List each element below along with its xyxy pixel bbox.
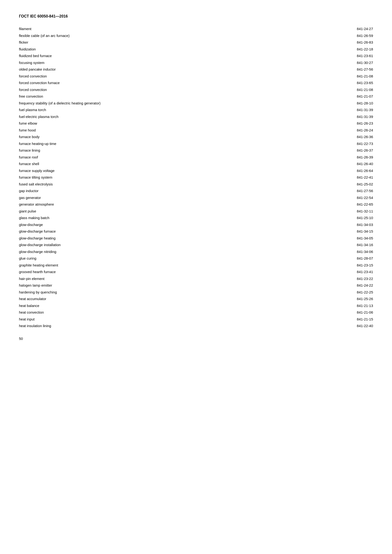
table-row: halogen lamp emitter841-24-22 xyxy=(19,282,373,289)
code-cell: 841-26-24 xyxy=(285,127,373,134)
table-row: gas generator841-22-54 xyxy=(19,194,373,201)
term-cell: graphite heating element xyxy=(19,262,285,269)
code-cell: 841-28-10 xyxy=(285,100,373,107)
code-cell: 841-34-15 xyxy=(285,228,373,235)
table-row: filament841-24-27 xyxy=(19,26,373,32)
table-row: free convection841-21-07 xyxy=(19,93,373,100)
code-cell: 841-22-40 xyxy=(285,323,373,329)
code-cell: 841-26-36 xyxy=(285,134,373,140)
index-table: filament841-24-27flexible cable (of an a… xyxy=(19,26,373,329)
table-row: heat convection841-21-06 xyxy=(19,309,373,316)
code-cell: 841-34-06 xyxy=(285,249,373,255)
table-row: fuel plasma torch841-31-39 xyxy=(19,107,373,113)
code-cell: 841-34-05 xyxy=(285,235,373,242)
code-cell: 841-21-06 xyxy=(285,309,373,316)
table-row: glue curing841-28-07 xyxy=(19,255,373,262)
code-cell: 841-25-10 xyxy=(285,215,373,222)
code-cell: 841-32-11 xyxy=(285,208,373,215)
code-cell: 841-34-03 xyxy=(285,222,373,228)
term-cell: grooved hearth furnace xyxy=(19,269,285,276)
table-row: gap inductor841-27-56 xyxy=(19,187,373,194)
code-cell: 841-27-56 xyxy=(285,187,373,194)
term-cell: glass making batch xyxy=(19,215,285,222)
table-row: glow-discharge installation841-34-16 xyxy=(19,242,373,249)
code-cell: 841-22-54 xyxy=(285,194,373,201)
table-row: frequency stability (of a dielectric hea… xyxy=(19,100,373,107)
code-cell: 841-23-15 xyxy=(285,262,373,269)
term-cell: heat convection xyxy=(19,309,285,316)
table-row: forced convection841-21-08 xyxy=(19,73,373,80)
table-row: heat balance841-21-13 xyxy=(19,303,373,309)
table-row: furnace lining841-26-37 xyxy=(19,147,373,154)
table-row: grooved hearth furnace841-23-41 xyxy=(19,269,373,276)
term-cell: filament xyxy=(19,26,285,32)
code-cell: 841-26-37 xyxy=(285,147,373,154)
code-cell: 841-34-16 xyxy=(285,242,373,249)
term-cell: heat balance xyxy=(19,303,285,309)
code-cell: 841-21-15 xyxy=(285,316,373,323)
table-row: glow-discharge furnace841-34-15 xyxy=(19,228,373,235)
term-cell: flexible cable (of an arc furnace) xyxy=(19,32,285,39)
term-cell: fume hood xyxy=(19,127,285,134)
term-cell: gas generator xyxy=(19,194,285,201)
code-cell: 841-28-07 xyxy=(285,255,373,262)
term-cell: furnace lining xyxy=(19,147,285,154)
table-row: fuel-electric plasma torch841-31-39 xyxy=(19,113,373,120)
code-cell: 841-26-83 xyxy=(285,39,373,46)
table-row: hair-pin element841-23-22 xyxy=(19,276,373,282)
table-row: fused salt electrolysis841-25-02 xyxy=(19,181,373,188)
term-cell: glow-discharge heating xyxy=(19,235,285,242)
term-cell: furnace shell xyxy=(19,161,285,167)
term-cell: gap inductor xyxy=(19,187,285,194)
table-row: fluidization841-22-18 xyxy=(19,46,373,53)
code-cell: 841-22-41 xyxy=(285,174,373,181)
code-cell: 841-25-02 xyxy=(285,181,373,188)
term-cell: free convection xyxy=(19,93,285,100)
term-cell: glue curing xyxy=(19,255,285,262)
code-cell: 841-22-65 xyxy=(285,201,373,208)
term-cell: furnace heating-up time xyxy=(19,140,285,147)
code-cell: 841-26-23 xyxy=(285,120,373,127)
page-title: ГОСТ IEC 60050-841—2016 xyxy=(19,14,373,19)
table-row: fume elbow841-26-23 xyxy=(19,120,373,127)
term-cell: giant pulse xyxy=(19,208,285,215)
term-cell: glow-discharge xyxy=(19,222,285,228)
table-row: forced convection furnace841-23-65 xyxy=(19,80,373,86)
term-cell: glow-discharge furnace xyxy=(19,228,285,235)
table-row: furnace shell841-26-40 xyxy=(19,161,373,167)
term-cell: generator atmosphere xyxy=(19,201,285,208)
code-cell: 841-21-07 xyxy=(285,93,373,100)
code-cell: 841-26-59 xyxy=(285,32,373,39)
term-cell: hardening by quenching xyxy=(19,289,285,296)
code-cell: 841-21-08 xyxy=(285,86,373,93)
term-cell: olded pancake inductor xyxy=(19,66,285,73)
code-cell: 841-23-22 xyxy=(285,276,373,282)
term-cell: flicker xyxy=(19,39,285,46)
code-cell: 841-31-39 xyxy=(285,107,373,113)
code-cell: 841-21-13 xyxy=(285,303,373,309)
table-row: heat input841-21-15 xyxy=(19,316,373,323)
term-cell: glow-discharge nitriding xyxy=(19,249,285,255)
code-cell: 841-31-39 xyxy=(285,113,373,120)
term-cell: heat accumulator xyxy=(19,296,285,303)
term-cell: furnace supply voltage xyxy=(19,167,285,174)
term-cell: forced convection xyxy=(19,73,285,80)
term-cell: fluidization xyxy=(19,46,285,53)
term-cell: glow-discharge installation xyxy=(19,242,285,249)
table-row: focusing system841-30-27 xyxy=(19,59,373,66)
table-row: flicker841-26-83 xyxy=(19,39,373,46)
table-row: glow-discharge nitriding841-34-06 xyxy=(19,249,373,255)
table-row: furnace roof841-26-39 xyxy=(19,154,373,161)
table-row: glow-discharge841-34-03 xyxy=(19,222,373,228)
term-cell: fused salt electrolysis xyxy=(19,181,285,188)
code-cell: 841-26-39 xyxy=(285,154,373,161)
code-cell: 841-23-61 xyxy=(285,53,373,59)
code-cell: 841-24-27 xyxy=(285,26,373,32)
term-cell: frequency stability (of a dielectric hea… xyxy=(19,100,285,107)
table-row: fluidized bed furnace841-23-61 xyxy=(19,53,373,59)
table-row: generator atmosphere841-22-65 xyxy=(19,201,373,208)
term-cell: focusing system xyxy=(19,59,285,66)
term-cell: fume elbow xyxy=(19,120,285,127)
table-row: heat accumulator841-25-26 xyxy=(19,296,373,303)
code-cell: 841-26-40 xyxy=(285,161,373,167)
